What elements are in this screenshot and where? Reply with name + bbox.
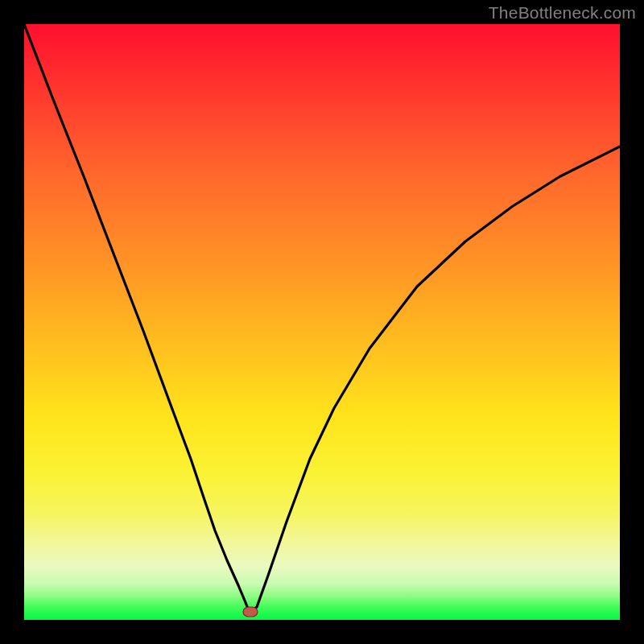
bottleneck-curve (24, 24, 620, 613)
optimal-point-marker (243, 607, 258, 617)
plot-area (24, 24, 620, 620)
watermark-text: TheBottleneck.com (489, 3, 636, 23)
curve-layer (24, 24, 620, 620)
chart-frame: TheBottleneck.com (0, 0, 644, 644)
